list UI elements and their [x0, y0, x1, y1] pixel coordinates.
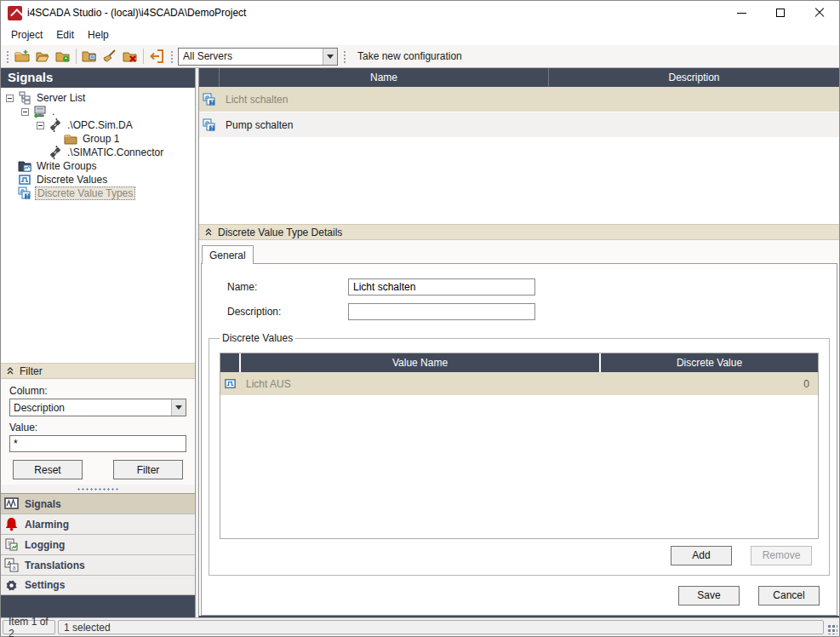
description-column-header[interactable]: Description [548, 68, 839, 87]
details-header[interactable]: Discrete Value Type Details [199, 224, 839, 240]
save-cancel-row: Save Cancel [202, 576, 837, 615]
write-groups-icon [18, 159, 31, 173]
connector-icon [49, 146, 62, 159]
panel-splitter-handle[interactable] [1, 485, 195, 493]
tree-item-opc-sim-da[interactable]: .\OPC.Sim.DA [1, 118, 195, 132]
server-browse-button[interactable] [79, 47, 100, 66]
column-dropdown-value: Description [10, 402, 171, 414]
menu-edit[interactable]: Edit [49, 26, 81, 43]
toolbar-grip [169, 49, 174, 64]
minimize-button[interactable] [722, 1, 761, 25]
add-remove-row: Add Remove [220, 539, 819, 571]
cancel-button[interactable]: Cancel [758, 586, 820, 605]
tree-item-discrete-value-types[interactable]: Discrete Value Types [1, 187, 195, 200]
minimize-icon [737, 13, 746, 14]
project-delete-button[interactable] [120, 47, 140, 66]
name-column-header[interactable]: Name [219, 68, 548, 87]
collapse-expander-icon[interactable] [21, 108, 29, 116]
menu-help[interactable]: Help [81, 26, 116, 43]
filter-title: Filter [20, 365, 43, 377]
tree-item-local-server[interactable]: . [1, 105, 195, 118]
tab-general[interactable]: General [202, 245, 254, 264]
name-input[interactable] [348, 278, 535, 296]
save-button[interactable]: Save [678, 586, 740, 605]
signal-types-table: Name Description Licht schalten Pump sch… [199, 68, 839, 224]
column-dropdown[interactable]: Description [9, 399, 186, 416]
value-name-column-header[interactable]: Value Name [239, 353, 601, 372]
collapse-expander-icon[interactable] [37, 122, 44, 129]
nav-item-logging[interactable]: Logging [1, 534, 195, 554]
tree-item-write-groups[interactable]: Write Groups [1, 159, 195, 173]
server-filter-value: All Servers [179, 50, 323, 62]
remove-button[interactable]: Remove [751, 546, 812, 565]
resize-grip[interactable] [826, 623, 837, 634]
main-panel: Name Description Licht schalten Pump sch… [198, 68, 839, 617]
computer-icon [33, 105, 47, 118]
exit-icon [149, 49, 164, 64]
reset-button[interactable]: Reset [13, 460, 83, 479]
values-table-header: Value Name Discrete Value [220, 353, 818, 372]
filter-header[interactable]: Filter [1, 363, 195, 379]
project-delete-icon [123, 49, 138, 64]
tree-item-server-list[interactable]: Server List [1, 91, 195, 105]
row-description [548, 87, 839, 112]
nav-item-label: Alarming [25, 519, 69, 531]
chevron-down-icon [175, 405, 182, 410]
discrete-value-column-header[interactable]: Discrete Value [601, 353, 818, 372]
project-refresh-icon [55, 49, 71, 64]
nav-item-settings[interactable]: Settings [1, 575, 195, 595]
project-new-button[interactable] [12, 47, 32, 66]
close-button[interactable] [800, 1, 839, 25]
project-open-button[interactable] [32, 47, 53, 66]
table-row[interactable]: Pump schalten [199, 112, 839, 138]
close-icon [814, 8, 825, 18]
collapse-expander-icon[interactable] [6, 95, 14, 102]
values-table-empty-area [220, 395, 818, 538]
icon-column-header [199, 68, 219, 87]
nav-item-label: Signals [25, 498, 61, 510]
tree-item-simatic-connector[interactable]: .\SIMATIC.Connector [1, 146, 195, 159]
maximize-button[interactable] [761, 1, 800, 25]
server-filter-dropdown[interactable]: All Servers [178, 48, 338, 66]
tree-item-discrete-values[interactable]: Discrete Values [1, 173, 195, 187]
row-value-name: Licht AUS [239, 372, 603, 395]
name-label: Name: [227, 281, 348, 293]
cleanup-button[interactable] [100, 47, 120, 66]
project-open-icon [35, 49, 50, 64]
cleanup-icon [102, 49, 117, 64]
dropdown-arrow-button[interactable] [323, 49, 337, 65]
filter-button[interactable]: Filter [113, 460, 183, 479]
filter-value-input[interactable] [9, 435, 186, 452]
signals-icon [4, 496, 19, 511]
tree-item-label: Discrete Values [35, 174, 109, 186]
discrete-value-types-icon [203, 118, 216, 132]
table-row[interactable]: Licht AUS 0 [220, 372, 818, 395]
exit-button[interactable] [146, 47, 167, 66]
discrete-values-groupbox: Discrete Values Value Name Discrete Valu… [209, 332, 830, 576]
nav-item-translations[interactable]: Aa Translations [1, 554, 195, 575]
nav-item-signals[interactable]: Signals [1, 493, 195, 514]
project-new-icon [14, 49, 30, 64]
nav-item-alarming[interactable]: Alarming [1, 514, 195, 534]
menu-bar: Project Edit Help [1, 25, 839, 45]
connector-icon [49, 118, 62, 132]
dropdown-arrow-button[interactable] [171, 399, 186, 416]
nav-item-label: Translations [25, 560, 85, 571]
filter-body: Column: Description Value: Reset Filter [1, 379, 195, 485]
folder-icon [64, 132, 77, 146]
menu-project[interactable]: Project [4, 26, 49, 43]
project-refresh-button[interactable] [53, 47, 73, 66]
server-browse-icon [82, 49, 97, 64]
tree-item-group-1[interactable]: Group 1 [1, 132, 195, 146]
description-input[interactable] [348, 303, 535, 320]
server-list-icon [18, 91, 31, 105]
table-row[interactable]: Licht schalten [199, 87, 839, 112]
groupbox-title: Discrete Values [220, 332, 295, 344]
toolbar-separator [143, 49, 144, 64]
description-label: Description: [227, 306, 348, 318]
discrete-values-icon [224, 377, 237, 390]
add-button[interactable]: Add [671, 546, 732, 565]
take-new-configuration-button[interactable]: Take new configuration [349, 47, 471, 66]
discrete-values-table: Value Name Discrete Value Licht AUS 0 [220, 353, 819, 539]
tree-item-label: Discrete Value Types [35, 187, 135, 200]
